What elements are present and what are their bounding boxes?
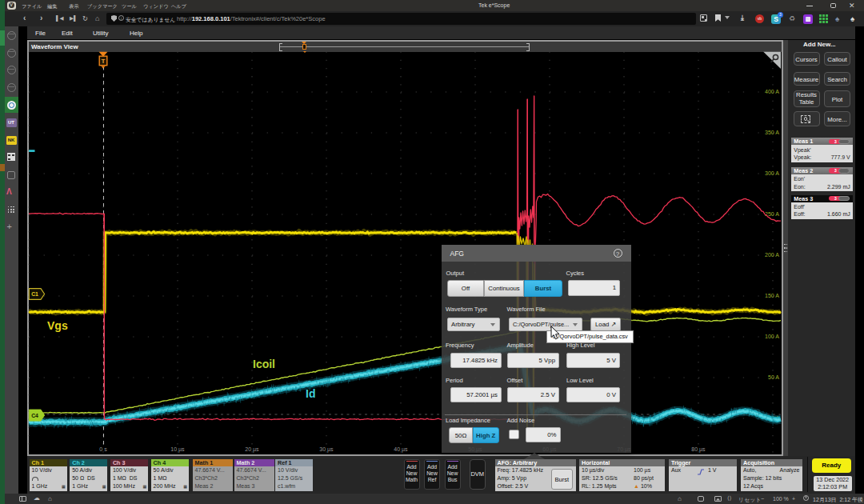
- svg-text:80 µs: 80 µs: [691, 446, 706, 453]
- svg-text:30 µs: 30 µs: [319, 446, 334, 453]
- svg-text:T: T: [102, 58, 106, 65]
- svg-text:50 A: 50 A: [768, 374, 779, 380]
- svg-text:200 A: 200 A: [765, 252, 779, 258]
- svg-text:Id: Id: [306, 387, 315, 400]
- svg-text:150 A: 150 A: [765, 293, 779, 298]
- svg-text:Vgs: Vgs: [47, 319, 68, 332]
- svg-text:0 s: 0 s: [99, 446, 107, 452]
- svg-text:400 A: 400 A: [765, 89, 779, 94]
- svg-text:10 µs: 10 µs: [170, 446, 185, 453]
- svg-text:350 A: 350 A: [765, 130, 779, 135]
- svg-text:20 µs: 20 µs: [245, 446, 259, 453]
- svg-text:100 A: 100 A: [765, 334, 779, 339]
- svg-text:C4: C4: [31, 413, 38, 418]
- svg-text:Icoil: Icoil: [253, 358, 275, 370]
- svg-text:40 µs: 40 µs: [394, 446, 408, 453]
- svg-text:300 A: 300 A: [765, 170, 779, 176]
- svg-text:C1: C1: [31, 291, 38, 297]
